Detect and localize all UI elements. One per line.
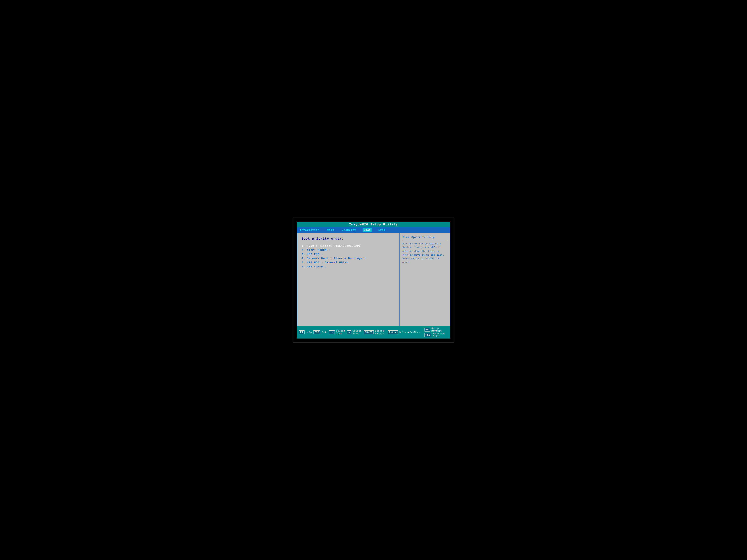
footer-right-row2: F10 Save and Exit: [424, 332, 448, 338]
key-esc: ESC: [313, 330, 320, 334]
boot-item-6-label: USB CDROM :: [307, 265, 327, 268]
bios-screen: InsydeH2O Setup Utility Information Main…: [293, 217, 454, 343]
key-f9: F9: [424, 328, 430, 331]
boot-item-3-number: 3.: [302, 253, 305, 256]
key-f5f6-desc: Change Values: [375, 330, 386, 335]
footer-right-row1: F9 Setup Default: [424, 327, 448, 332]
boot-item-4[interactable]: 4. Network Boot : Atheros Boot Agent: [302, 257, 395, 261]
key-updown: ↑↓: [329, 330, 335, 334]
boot-item-2-label: ATAPI CDROM :: [307, 249, 330, 252]
boot-item-4-label: Network Boot : Atheros Boot Agent: [307, 257, 366, 260]
nav-item-main[interactable]: Main: [326, 228, 335, 232]
boot-item-3-label: USB FDD :: [307, 253, 323, 256]
boot-item-5-label: USB HDD : General UDisk: [307, 261, 348, 264]
boot-item-5[interactable]: 5. USB HDD : General UDisk: [302, 261, 395, 265]
title-bar: InsydeH2O Setup Utility: [297, 222, 450, 228]
key-f10-desc: Save and Exit: [433, 332, 448, 338]
boot-item-2-number: 2.: [302, 249, 305, 252]
boot-item-1-label: HDD0 : Hitachi HTS542520K9SA00: [307, 245, 361, 248]
key-f1: F1: [299, 330, 305, 334]
key-f1-desc: Help: [306, 331, 312, 334]
key-f10: F10: [424, 333, 432, 337]
key-f9-desc: Setup Default: [431, 327, 448, 332]
key-leftright-desc: Select Menu: [353, 330, 362, 335]
boot-item-4-number: 4.: [302, 257, 305, 260]
bottom-bar: F1 Help ESC Exit ↑↓ Select Item ↔ Select…: [297, 326, 450, 339]
content-area: Boot priority order: 1. HDD0 : Hitachi H…: [297, 233, 450, 326]
nav-bar: Information Main Security Boot Exit: [297, 228, 450, 233]
left-panel: Boot priority order: 1. HDD0 : Hitachi H…: [297, 233, 400, 326]
boot-item-1[interactable]: 1. HDD0 : Hitachi HTS542520K9SA00: [302, 244, 395, 248]
boot-item-1-number: 1.: [302, 245, 305, 248]
boot-item-5-number: 5.: [302, 261, 305, 264]
footer-left: F1 Help ESC Exit ↑↓ Select Item ↔ Select…: [297, 326, 422, 339]
boot-item-2[interactable]: 2. ATAPI CDROM :: [302, 248, 395, 252]
right-panel: Item Specific Help Use <↑> or <↓> to sel…: [400, 233, 450, 326]
boot-item-6[interactable]: 6. USB CDROM :: [302, 265, 395, 269]
bios-container: InsydeH2O Setup Utility Information Main…: [297, 222, 450, 339]
key-leftright: ↔: [347, 330, 351, 334]
key-updown-desc: Select Item: [336, 330, 346, 335]
nav-item-information[interactable]: Information: [299, 228, 320, 232]
key-esc-desc: Exit: [322, 331, 328, 334]
help-title: Item Specific Help: [403, 236, 447, 240]
key-enter: Enter: [388, 330, 398, 334]
bios-title: InsydeH2O Setup Utility: [349, 223, 398, 226]
footer-right: F9 Setup Default F10 Save and Exit: [422, 326, 450, 339]
boot-item-3[interactable]: 3. USB FDD :: [302, 252, 395, 257]
help-text: Use <↑> or <↓> to select a device, then …: [403, 242, 447, 265]
nav-item-exit[interactable]: Exit: [377, 228, 387, 232]
boot-item-6-number: 6.: [302, 265, 305, 268]
nav-item-boot[interactable]: Boot: [363, 228, 372, 232]
nav-item-security[interactable]: Security: [341, 228, 357, 232]
key-f5f6: F5/F6: [364, 330, 374, 334]
section-title: Boot priority order:: [302, 237, 395, 241]
key-enter-desc: Select►SubMenu: [399, 331, 420, 334]
